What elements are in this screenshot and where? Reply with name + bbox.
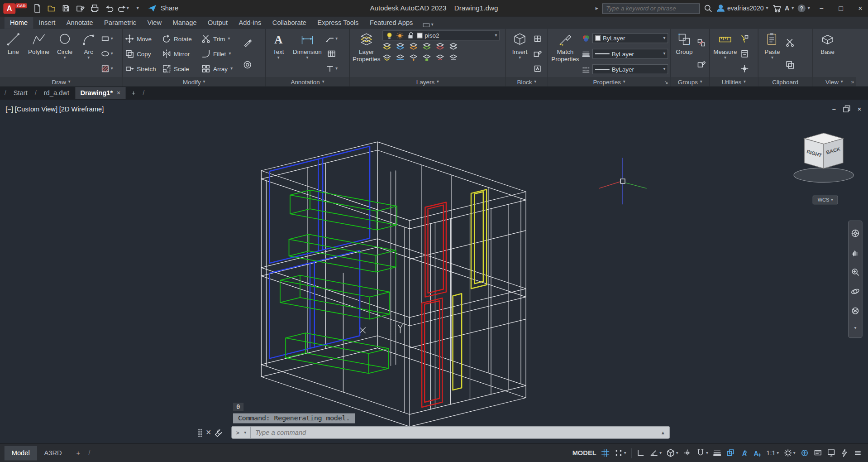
tab-manage[interactable]: Manage xyxy=(167,17,202,29)
annotation-monitor-toggle[interactable] xyxy=(799,446,811,459)
command-prompt-icon[interactable]: >_▾ xyxy=(232,427,251,438)
autoscale-toggle[interactable]: A xyxy=(751,446,763,459)
layer-freeze-icon[interactable] xyxy=(396,31,404,39)
lineweight-list-icon[interactable] xyxy=(582,49,590,58)
save-as-button[interactable] xyxy=(74,2,86,14)
trim-button[interactable]: Trim▾ xyxy=(201,34,241,44)
qat-more-button[interactable]: ▾ xyxy=(132,2,143,14)
command-line[interactable]: >_▾ ▴ xyxy=(231,426,670,439)
panel-label-modify[interactable]: Modify▾ xyxy=(123,77,265,87)
layer-lock-icon[interactable] xyxy=(406,31,415,39)
tab-annotate[interactable]: Annotate xyxy=(61,17,99,29)
customization-button[interactable] xyxy=(852,446,864,459)
tab-insert[interactable]: Insert xyxy=(33,17,61,29)
layer-freeze-tool-icon[interactable] xyxy=(409,42,418,51)
ribbon-display-toggle[interactable]: ▾ xyxy=(419,21,438,29)
panel-label-block[interactable]: Block▾ xyxy=(506,77,548,87)
linetype-list-icon[interactable] xyxy=(582,65,590,73)
layer-lock-tool-icon[interactable] xyxy=(422,42,431,51)
wcs-menu[interactable]: WCS▾ xyxy=(813,196,838,205)
tab-home[interactable]: Home xyxy=(5,17,33,29)
cut-icon[interactable] xyxy=(786,38,795,47)
close-button[interactable]: × xyxy=(853,0,868,17)
command-history-toggle-icon[interactable]: ▴ xyxy=(662,429,669,435)
new-layout-button[interactable]: + xyxy=(69,446,87,460)
steering-wheel-icon[interactable] xyxy=(851,306,860,315)
cart-icon[interactable] xyxy=(772,4,781,13)
tab-close-icon[interactable]: × xyxy=(117,89,121,97)
minimize-button[interactable]: − xyxy=(814,0,829,17)
match-properties-button[interactable]: Match Properties xyxy=(550,30,580,77)
share-icon[interactable] xyxy=(146,2,158,14)
maximize-button[interactable]: □ xyxy=(833,0,849,17)
zoom-icon[interactable] xyxy=(851,267,860,276)
new-file-button[interactable] xyxy=(31,2,43,14)
drawing-viewport[interactable]: [−] [Custom View] [2D Wireframe] − × RIG… xyxy=(0,100,868,443)
doc-restore-icon[interactable] xyxy=(843,105,851,113)
ribbon-overflow-icon[interactable]: » xyxy=(851,79,854,85)
help-menu[interactable]: ?▾ xyxy=(798,5,810,12)
account-menu[interactable]: evafrias2020 ▾ xyxy=(716,4,768,13)
annotation-scale-button[interactable]: 1:1▾ xyxy=(765,446,781,459)
osnap-tracking-toggle[interactable] xyxy=(682,446,693,459)
customize-wrench-icon[interactable] xyxy=(215,428,223,437)
panel-label-layers[interactable]: Layers▾ xyxy=(350,77,506,87)
move-button[interactable]: Move xyxy=(125,34,160,44)
tab-parametric[interactable]: Parametric xyxy=(99,17,142,29)
explode-button[interactable] xyxy=(243,60,252,69)
group-edit-icon[interactable] xyxy=(697,60,706,69)
polyline-button[interactable]: Polyline xyxy=(26,30,51,77)
layer-properties-button[interactable]: Layer Properties xyxy=(352,30,381,77)
fillet-button[interactable]: Fillet▾ xyxy=(201,49,241,59)
arc-button[interactable]: Arc ▾ xyxy=(78,30,99,77)
file-tab-template[interactable]: rd_a.dwt xyxy=(39,87,74,99)
block-attributes-icon[interactable] xyxy=(533,64,542,73)
leader-button[interactable]: ▾ xyxy=(325,34,338,43)
layer-walk-tool-icon[interactable] xyxy=(396,53,405,62)
selection-cycling-toggle[interactable] xyxy=(725,446,737,459)
color-wheel-icon[interactable] xyxy=(582,34,590,42)
text-style-button[interactable]: ▾ xyxy=(325,64,338,73)
layer-isolate-tool-icon[interactable] xyxy=(396,42,405,51)
command-window-close-icon[interactable]: × xyxy=(206,428,211,438)
polar-tracking-toggle[interactable]: ▾ xyxy=(649,446,663,459)
share-button[interactable]: Share xyxy=(161,5,178,12)
insert-button[interactable]: Insert ▾ xyxy=(508,30,531,77)
create-block-icon[interactable] xyxy=(533,34,542,43)
file-tab-start[interactable]: Start xyxy=(9,87,33,99)
object-snap-toggle[interactable]: ▾ xyxy=(695,446,710,459)
lineweight-dropdown[interactable]: ByLayer▾ xyxy=(592,49,668,59)
stretch-button[interactable]: Stretch xyxy=(125,63,160,73)
app-logo-icon[interactable]: A xyxy=(3,3,15,14)
layer-match-tool-icon[interactable] xyxy=(449,42,458,51)
mirror-button[interactable]: Mirror xyxy=(162,49,200,59)
id-point-icon[interactable] xyxy=(740,64,749,73)
tab-collaborate[interactable]: Collaborate xyxy=(267,17,312,29)
copy-button[interactable]: Copy xyxy=(125,49,160,59)
layer-current-tool-icon[interactable] xyxy=(436,53,445,62)
command-window-grip[interactable] xyxy=(198,428,202,437)
tab-addins[interactable]: Add-ins xyxy=(233,17,267,29)
ellipse-button[interactable]: ▾ xyxy=(101,49,113,58)
table-button[interactable] xyxy=(327,49,336,58)
help-search-input[interactable] xyxy=(602,3,700,14)
edit-block-icon[interactable] xyxy=(533,49,542,58)
command-input[interactable] xyxy=(251,428,662,436)
layer-prev-tool-icon[interactable] xyxy=(382,53,391,62)
autodesk-apps-menu[interactable]: A▾ xyxy=(785,5,794,12)
viewport-minimize-control[interactable]: [−] xyxy=(5,105,13,113)
circle-button[interactable]: Circle ▾ xyxy=(53,30,76,77)
ungroup-icon[interactable] xyxy=(697,38,706,47)
file-tab-drawing1[interactable]: Drawing1* × xyxy=(75,87,125,99)
doc-minimize-icon[interactable]: − xyxy=(832,105,836,113)
rotate-button[interactable]: Rotate xyxy=(162,34,200,44)
isolate-objects-toggle[interactable] xyxy=(825,446,837,459)
undo-button[interactable] xyxy=(103,2,115,14)
text-button[interactable]: A Text ▾ xyxy=(268,30,289,77)
group-button[interactable]: Group xyxy=(673,30,695,77)
base-button[interactable]: Base xyxy=(815,30,840,77)
layout-tab-a3rd[interactable]: A3RD xyxy=(37,446,69,460)
lineweight-toggle[interactable] xyxy=(711,446,723,459)
layer-unlock-tool-icon[interactable] xyxy=(422,53,431,62)
panel-label-properties[interactable]: Properties▾↘ xyxy=(548,77,670,87)
